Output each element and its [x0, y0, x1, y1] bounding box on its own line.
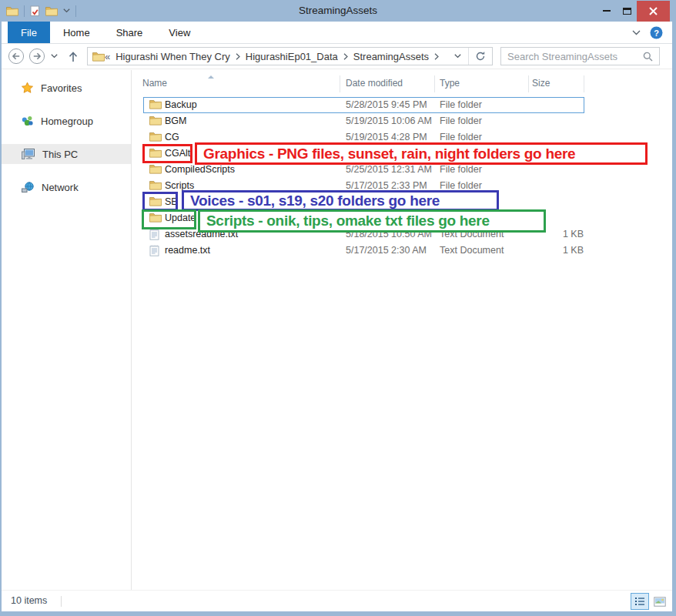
text-file-icon: [149, 229, 159, 240]
column-separator[interactable]: [434, 75, 435, 92]
column-header-size[interactable]: Size: [532, 78, 550, 89]
computer-icon: [21, 148, 35, 160]
breadcrumb-item-higurashi-when-they-cry[interactable]: Higurashi When They Cry: [115, 51, 230, 62]
window-frame: [672, 22, 676, 616]
file-type: File folder: [440, 164, 482, 175]
main-area: FavoritesHomegroupThis PCNetwork Name Da…: [2, 70, 672, 590]
tab-view[interactable]: View: [156, 22, 203, 43]
view-toggles: [631, 593, 669, 610]
quick-access-toolbar: [6, 0, 76, 22]
refresh-icon[interactable]: [469, 51, 492, 62]
toolbar-separator: [75, 5, 76, 17]
search-placeholder: Search StreamingAssets: [507, 51, 617, 62]
file-list-pane: Name Date modified Type Size Backup5/28/…: [132, 70, 672, 590]
thumbnail-view-icon: [654, 597, 666, 607]
address-bar-row: «Higurashi When They CryHigurashiEp01_Da…: [2, 44, 672, 69]
history-chevron-icon[interactable]: [51, 54, 58, 59]
folder-icon: [149, 99, 162, 109]
annotation-row-box-red: [142, 144, 192, 163]
file-name: Backup: [165, 99, 197, 110]
window-frame: [0, 611, 676, 616]
column-header-name[interactable]: Name: [142, 78, 167, 89]
text-file-icon: [149, 245, 159, 256]
annotation-label-green: Scripts - onik, tips, omake txt files go…: [198, 209, 546, 233]
minimize-button[interactable]: [597, 1, 617, 21]
chevron-down-icon[interactable]: [632, 30, 641, 35]
breadcrumb-arrow-icon[interactable]: [434, 53, 439, 60]
column-header-date-modified[interactable]: Date modified: [346, 78, 403, 89]
column-separator[interactable]: [340, 75, 340, 92]
file-date-modified: 5/19/2015 10:06 AM: [346, 116, 432, 126]
search-icon[interactable]: [643, 52, 653, 62]
homegroup-icon: [21, 115, 34, 127]
file-type: File folder: [440, 116, 482, 126]
ribbon-tabs: FileHomeShareView: [8, 22, 203, 43]
annotation-row-box-green: [142, 209, 196, 229]
column-separator[interactable]: [528, 75, 529, 92]
help-icon[interactable]: ?: [650, 26, 663, 39]
folder-icon: [149, 164, 162, 174]
maximize-button[interactable]: [617, 1, 637, 21]
annotation-row-box-blue: [142, 192, 178, 211]
window-frame: [0, 22, 2, 616]
sidebar-item-this-pc[interactable]: This PC: [2, 144, 131, 164]
tab-share[interactable]: Share: [103, 22, 156, 43]
thumbnail-view-button[interactable]: [651, 593, 669, 610]
window-controls: [597, 0, 670, 22]
details-view-icon: [634, 597, 645, 606]
sort-ascending-icon: [208, 75, 214, 79]
file-name: CompiledScripts: [165, 164, 235, 175]
file-row-bgm[interactable]: BGM5/19/2015 10:06 AMFile folder: [132, 113, 672, 129]
annotation-label-blue: Voices - s01, s19, s20 folders go here: [182, 190, 499, 211]
address-bar-controls: [447, 48, 492, 65]
address-dropdown-chevron-icon[interactable]: [447, 54, 468, 59]
file-type: File folder: [440, 99, 482, 110]
file-type: Text Document: [440, 245, 504, 256]
sidebar-item-label: This PC: [42, 149, 78, 160]
file-type: File folder: [440, 132, 482, 142]
details-view-button[interactable]: [631, 593, 649, 610]
file-size: 1 KB: [517, 245, 584, 256]
new-folder-icon[interactable]: [45, 6, 58, 16]
ribbon-tab-strip: FileHomeShareView ?: [2, 22, 672, 44]
sidebar-item-network[interactable]: Network: [2, 177, 131, 197]
file-date-modified: 5/17/2015 2:33 PM: [346, 180, 427, 191]
status-bar: 10 items: [2, 590, 672, 611]
column-headers: Name Date modified Type Size: [132, 75, 672, 92]
file-row-readme-txt[interactable]: readme.txt5/17/2015 2:30 AMText Document…: [132, 243, 672, 259]
up-button[interactable]: [67, 50, 79, 63]
file-name: BGM: [165, 116, 186, 126]
breadcrumb-item-streamingassets[interactable]: StreamingAssets: [353, 51, 429, 62]
properties-check-icon[interactable]: [30, 5, 40, 17]
tab-home[interactable]: Home: [50, 22, 103, 43]
search-input[interactable]: Search StreamingAssets: [500, 47, 660, 65]
annotation-label-red: Graphics - PNG files, sunset, rain, nigh…: [195, 142, 648, 165]
file-date-modified: 5/17/2015 2:30 AM: [346, 245, 427, 256]
status-separator: [61, 596, 62, 607]
close-button[interactable]: [637, 1, 670, 22]
maximize-icon: [623, 8, 631, 15]
title-bar: StreamingAssets: [0, 0, 676, 22]
file-type: File folder: [440, 180, 482, 191]
back-button[interactable]: [8, 48, 25, 65]
item-count: 10 items: [11, 595, 47, 606]
sidebar-item-favorites[interactable]: Favorites: [2, 78, 131, 98]
toolbar-separator: [24, 5, 25, 17]
ribbon-right-controls: ?: [632, 22, 663, 44]
breadcrumb-item-higurashiep01-data[interactable]: HigurashiEp01_Data: [246, 51, 338, 62]
breadcrumb-arrow-icon[interactable]: [236, 53, 240, 60]
explorer-folder-icon: [6, 6, 18, 16]
file-row-backup[interactable]: Backup5/28/2015 9:45 PMFile folder: [132, 97, 672, 113]
folder-icon: [149, 180, 162, 190]
column-separator[interactable]: [584, 75, 584, 92]
minimize-icon: [603, 10, 611, 12]
column-header-type[interactable]: Type: [440, 78, 460, 89]
sidebar-item-label: Favorites: [41, 82, 82, 94]
breadcrumb-arrow-icon[interactable]: [343, 53, 348, 60]
breadcrumb-overflow[interactable]: «: [105, 51, 110, 62]
sidebar-item-homegroup[interactable]: Homegroup: [2, 111, 131, 131]
address-bar[interactable]: «Higurashi When They CryHigurashiEp01_Da…: [87, 47, 493, 65]
tab-file[interactable]: File: [8, 22, 50, 43]
forward-button[interactable]: [28, 48, 45, 65]
customize-chevron-icon[interactable]: [63, 8, 70, 13]
